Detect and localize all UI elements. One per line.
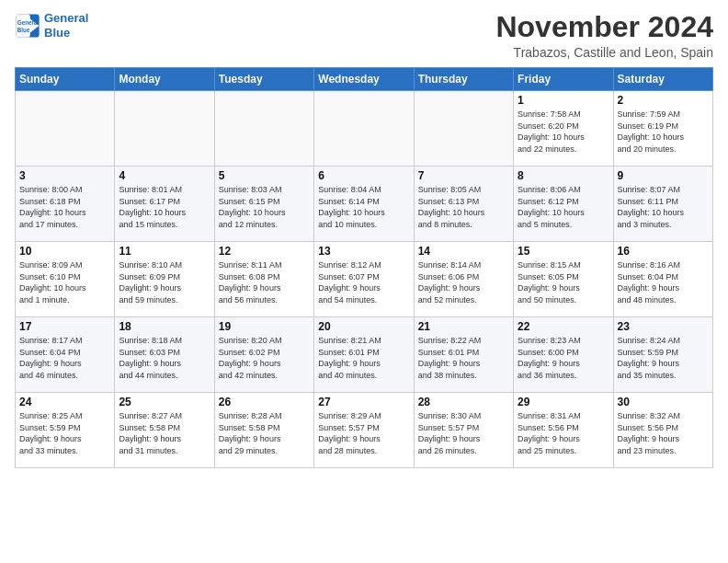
- day-info: Sunrise: 8:04 AM Sunset: 6:14 PM Dayligh…: [318, 184, 409, 230]
- calendar-cell: 23Sunrise: 8:24 AM Sunset: 5:59 PM Dayli…: [613, 317, 712, 393]
- calendar-cell: 17Sunrise: 8:17 AM Sunset: 6:04 PM Dayli…: [16, 317, 115, 393]
- day-info: Sunrise: 8:14 AM Sunset: 6:06 PM Dayligh…: [418, 259, 509, 305]
- col-thursday: Thursday: [414, 68, 513, 91]
- logo-text-blue: Blue: [44, 26, 88, 40]
- day-number: 21: [418, 320, 509, 333]
- calendar-cell: 28Sunrise: 8:30 AM Sunset: 5:57 PM Dayli…: [414, 393, 513, 468]
- day-number: 10: [19, 245, 110, 258]
- day-number: 23: [618, 320, 709, 333]
- day-number: 30: [618, 396, 709, 408]
- col-wednesday: Wednesday: [314, 68, 414, 91]
- day-info: Sunrise: 8:28 AM Sunset: 5:58 PM Dayligh…: [219, 410, 310, 456]
- calendar-header-row: Sunday Monday Tuesday Wednesday Thursday…: [16, 68, 713, 91]
- day-info: Sunrise: 7:59 AM Sunset: 6:19 PM Dayligh…: [618, 109, 709, 155]
- day-number: 18: [119, 320, 210, 333]
- calendar-cell: [314, 91, 414, 167]
- logo-icon: General Blue: [15, 13, 40, 39]
- day-number: 15: [518, 245, 609, 258]
- calendar-week-4: 17Sunrise: 8:17 AM Sunset: 6:04 PM Dayli…: [16, 317, 713, 393]
- col-tuesday: Tuesday: [214, 68, 313, 91]
- day-info: Sunrise: 8:05 AM Sunset: 6:13 PM Dayligh…: [418, 184, 509, 230]
- day-info: Sunrise: 8:09 AM Sunset: 6:10 PM Dayligh…: [19, 259, 110, 305]
- day-info: Sunrise: 8:25 AM Sunset: 5:59 PM Dayligh…: [19, 410, 110, 456]
- calendar-cell: 2Sunrise: 7:59 AM Sunset: 6:19 PM Daylig…: [613, 91, 712, 167]
- header: General Blue General Blue November 2024 …: [15, 11, 713, 60]
- day-number: 13: [318, 245, 409, 258]
- day-number: 24: [19, 396, 110, 408]
- day-info: Sunrise: 8:17 AM Sunset: 6:04 PM Dayligh…: [19, 335, 110, 381]
- day-info: Sunrise: 8:03 AM Sunset: 6:15 PM Dayligh…: [219, 184, 310, 230]
- calendar-cell: 22Sunrise: 8:23 AM Sunset: 6:00 PM Dayli…: [514, 317, 613, 393]
- location: Trabazos, Castille and Leon, Spain: [495, 45, 713, 60]
- calendar-cell: 30Sunrise: 8:32 AM Sunset: 5:56 PM Dayli…: [613, 393, 712, 468]
- day-number: 20: [318, 320, 409, 333]
- calendar-cell: [16, 91, 115, 167]
- day-info: Sunrise: 8:29 AM Sunset: 5:57 PM Dayligh…: [318, 410, 409, 456]
- day-info: Sunrise: 8:22 AM Sunset: 6:01 PM Dayligh…: [418, 335, 509, 381]
- day-number: 8: [518, 169, 609, 182]
- calendar-cell: 6Sunrise: 8:04 AM Sunset: 6:14 PM Daylig…: [314, 167, 414, 242]
- title-block: November 2024 Trabazos, Castille and Leo…: [495, 11, 713, 60]
- calendar-cell: 29Sunrise: 8:31 AM Sunset: 5:56 PM Dayli…: [514, 393, 613, 468]
- day-info: Sunrise: 8:16 AM Sunset: 6:04 PM Dayligh…: [618, 259, 709, 305]
- day-info: Sunrise: 7:58 AM Sunset: 6:20 PM Dayligh…: [518, 109, 609, 155]
- calendar-cell: 13Sunrise: 8:12 AM Sunset: 6:07 PM Dayli…: [314, 242, 414, 317]
- day-number: 16: [618, 245, 709, 258]
- day-number: 26: [219, 396, 310, 408]
- day-info: Sunrise: 8:01 AM Sunset: 6:17 PM Dayligh…: [119, 184, 210, 230]
- calendar-cell: 7Sunrise: 8:05 AM Sunset: 6:13 PM Daylig…: [414, 167, 513, 242]
- col-sunday: Sunday: [16, 68, 115, 91]
- day-info: Sunrise: 8:18 AM Sunset: 6:03 PM Dayligh…: [119, 335, 210, 381]
- day-info: Sunrise: 8:32 AM Sunset: 5:56 PM Dayligh…: [618, 410, 709, 456]
- calendar-cell: 3Sunrise: 8:00 AM Sunset: 6:18 PM Daylig…: [16, 167, 115, 242]
- calendar-cell: 18Sunrise: 8:18 AM Sunset: 6:03 PM Dayli…: [115, 317, 214, 393]
- day-number: 29: [518, 396, 609, 408]
- calendar-week-5: 24Sunrise: 8:25 AM Sunset: 5:59 PM Dayli…: [16, 393, 713, 468]
- calendar-week-1: 1Sunrise: 7:58 AM Sunset: 6:20 PM Daylig…: [16, 91, 713, 167]
- calendar-cell: 25Sunrise: 8:27 AM Sunset: 5:58 PM Dayli…: [115, 393, 214, 468]
- day-number: 28: [418, 396, 509, 408]
- day-info: Sunrise: 8:27 AM Sunset: 5:58 PM Dayligh…: [119, 410, 210, 456]
- calendar-cell: [115, 91, 214, 167]
- calendar-cell: 24Sunrise: 8:25 AM Sunset: 5:59 PM Dayli…: [16, 393, 115, 468]
- month-title: November 2024: [495, 11, 713, 43]
- day-number: 19: [219, 320, 310, 333]
- day-number: 2: [618, 94, 709, 107]
- svg-rect-2: [16, 14, 29, 37]
- calendar-cell: 11Sunrise: 8:10 AM Sunset: 6:09 PM Dayli…: [115, 242, 214, 317]
- day-info: Sunrise: 8:07 AM Sunset: 6:11 PM Dayligh…: [618, 184, 709, 230]
- calendar-table: Sunday Monday Tuesday Wednesday Thursday…: [15, 67, 713, 468]
- col-monday: Monday: [115, 68, 214, 91]
- day-number: 22: [518, 320, 609, 333]
- calendar-week-2: 3Sunrise: 8:00 AM Sunset: 6:18 PM Daylig…: [16, 167, 713, 242]
- day-number: 6: [318, 169, 409, 182]
- calendar-cell: 27Sunrise: 8:29 AM Sunset: 5:57 PM Dayli…: [314, 393, 414, 468]
- calendar-cell: 16Sunrise: 8:16 AM Sunset: 6:04 PM Dayli…: [613, 242, 712, 317]
- day-info: Sunrise: 8:06 AM Sunset: 6:12 PM Dayligh…: [518, 184, 609, 230]
- day-info: Sunrise: 8:30 AM Sunset: 5:57 PM Dayligh…: [418, 410, 509, 456]
- day-info: Sunrise: 8:24 AM Sunset: 5:59 PM Dayligh…: [618, 335, 709, 381]
- calendar-cell: 26Sunrise: 8:28 AM Sunset: 5:58 PM Dayli…: [214, 393, 313, 468]
- calendar-cell: 14Sunrise: 8:14 AM Sunset: 6:06 PM Dayli…: [414, 242, 513, 317]
- day-info: Sunrise: 8:15 AM Sunset: 6:05 PM Dayligh…: [518, 259, 609, 305]
- day-number: 1: [518, 94, 609, 107]
- day-number: 11: [119, 245, 210, 258]
- day-number: 27: [318, 396, 409, 408]
- day-number: 3: [19, 169, 110, 182]
- page: General Blue General Blue November 2024 …: [0, 0, 728, 476]
- col-friday: Friday: [514, 68, 613, 91]
- day-number: 12: [219, 245, 310, 258]
- calendar-cell: [214, 91, 313, 167]
- calendar-cell: 10Sunrise: 8:09 AM Sunset: 6:10 PM Dayli…: [16, 242, 115, 317]
- day-info: Sunrise: 8:20 AM Sunset: 6:02 PM Dayligh…: [219, 335, 310, 381]
- day-number: 5: [219, 169, 310, 182]
- day-info: Sunrise: 8:10 AM Sunset: 6:09 PM Dayligh…: [119, 259, 210, 305]
- day-number: 9: [618, 169, 709, 182]
- day-number: 25: [119, 396, 210, 408]
- day-info: Sunrise: 8:12 AM Sunset: 6:07 PM Dayligh…: [318, 259, 409, 305]
- calendar-cell: 21Sunrise: 8:22 AM Sunset: 6:01 PM Dayli…: [414, 317, 513, 393]
- day-info: Sunrise: 8:00 AM Sunset: 6:18 PM Dayligh…: [19, 184, 110, 230]
- calendar-cell: 1Sunrise: 7:58 AM Sunset: 6:20 PM Daylig…: [514, 91, 613, 167]
- calendar-cell: 4Sunrise: 8:01 AM Sunset: 6:17 PM Daylig…: [115, 167, 214, 242]
- calendar-cell: 20Sunrise: 8:21 AM Sunset: 6:01 PM Dayli…: [314, 317, 414, 393]
